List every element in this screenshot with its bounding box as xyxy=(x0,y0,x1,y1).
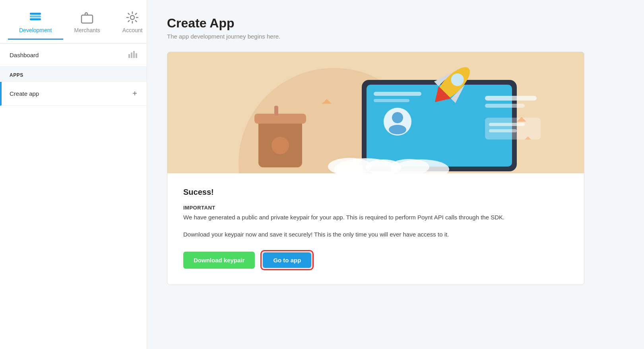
sidebar-menu: Dashboard APPS Create app + xyxy=(0,44,147,106)
dashboard-label: Dashboard xyxy=(10,52,39,58)
illustration-svg xyxy=(167,52,584,173)
briefcase-icon xyxy=(80,10,94,25)
svg-rect-2 xyxy=(30,13,41,15)
svg-point-14 xyxy=(272,137,289,154)
svg-rect-6 xyxy=(131,52,132,58)
card-illustration xyxy=(167,52,584,173)
main-content: Create App The app development journey b… xyxy=(147,0,644,349)
goto-app-button[interactable]: Go to app xyxy=(263,252,311,268)
card-body: Sucess! IMPORTANT We have generated a pu… xyxy=(167,173,584,285)
important-label: IMPORTANT xyxy=(183,205,568,211)
svg-rect-12 xyxy=(254,114,306,124)
nav-account-label: Account xyxy=(122,27,143,33)
success-title: Sucess! xyxy=(183,188,568,197)
button-row: Download keypair Go to app xyxy=(183,250,568,270)
layers-icon xyxy=(28,10,43,25)
svg-rect-13 xyxy=(274,106,278,116)
goto-app-button-wrapper: Go to app xyxy=(260,250,314,270)
svg-rect-1 xyxy=(30,16,41,17)
svg-rect-23 xyxy=(374,99,409,102)
svg-rect-31 xyxy=(489,129,517,132)
page-title: Create App xyxy=(167,16,624,31)
svg-rect-30 xyxy=(489,123,525,126)
bar-chart-icon xyxy=(128,51,137,59)
page-subtitle: The app development journey begins here. xyxy=(167,33,624,40)
svg-rect-7 xyxy=(133,51,135,58)
sidebar-item-dashboard[interactable]: Dashboard xyxy=(0,44,147,67)
sidebar-section-apps: APPS xyxy=(0,67,147,82)
nav-item-merchants[interactable]: Merchants xyxy=(63,4,111,40)
svg-rect-8 xyxy=(136,53,137,58)
sidebar-nav: Development Merchants Account xyxy=(0,0,147,44)
plus-icon: + xyxy=(132,89,137,98)
gear-icon xyxy=(125,10,140,25)
nav-item-account[interactable]: Account xyxy=(111,4,154,40)
download-keypair-button[interactable]: Download keypair xyxy=(183,252,255,269)
sidebar-item-create-app[interactable]: Create app + xyxy=(0,82,147,106)
download-text: Download your keypair now and save it se… xyxy=(183,230,568,239)
section-apps-label: APPS xyxy=(10,72,23,78)
create-app-label: Create app xyxy=(10,90,39,97)
important-text: We have generated a public and private k… xyxy=(183,213,568,222)
svg-point-4 xyxy=(130,16,134,19)
sidebar: Development Merchants Account Dashboard xyxy=(0,0,147,349)
svg-rect-28 xyxy=(485,104,525,108)
svg-rect-29 xyxy=(485,118,541,140)
nav-merchants-label: Merchants xyxy=(74,27,100,33)
create-app-card: Sucess! IMPORTANT We have generated a pu… xyxy=(167,52,584,285)
svg-rect-22 xyxy=(374,92,421,96)
svg-rect-27 xyxy=(485,96,537,101)
svg-point-25 xyxy=(392,112,403,123)
svg-point-26 xyxy=(389,125,406,134)
nav-item-development[interactable]: Development xyxy=(8,4,63,40)
svg-rect-3 xyxy=(81,15,93,23)
nav-development-label: Development xyxy=(19,27,52,33)
svg-rect-0 xyxy=(30,18,41,20)
svg-rect-5 xyxy=(128,54,130,58)
